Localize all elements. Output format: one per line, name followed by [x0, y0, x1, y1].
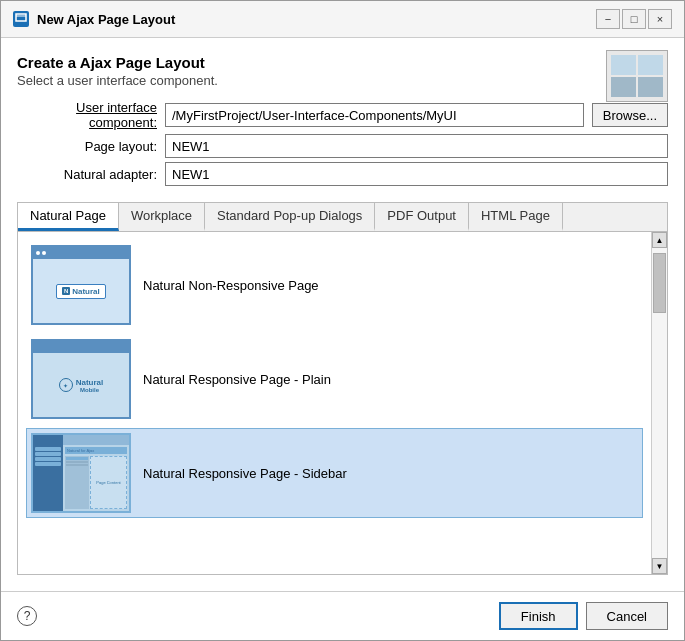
page-layout-input[interactable] — [165, 134, 668, 158]
cancel-button[interactable]: Cancel — [586, 602, 668, 630]
page-layout-label: Page layout: — [17, 139, 157, 154]
preview-thumbnail — [606, 50, 668, 102]
natural-adapter-input[interactable] — [165, 162, 668, 186]
help-button[interactable]: ? — [17, 606, 37, 626]
tabs-container: Natural Page Workplace Standard Pop-up D… — [17, 202, 668, 575]
list-item[interactable]: Natural for Ajax Page Content — [26, 428, 643, 518]
title-bar: New Ajax Page Layout − □ × — [1, 1, 684, 38]
dialog: New Ajax Page Layout − □ × Create a Ajax… — [0, 0, 685, 641]
tabs-content: N Natural Natural Non-Responsive Page — [18, 232, 667, 574]
close-button[interactable]: × — [648, 9, 672, 29]
scroll-track[interactable] — [652, 248, 667, 558]
component-row: User interface component: Browse... — [17, 100, 668, 130]
list-item[interactable]: ✦ Natural Mobile — [26, 334, 643, 424]
main-content: Create a Ajax Page Layout Select a user … — [1, 38, 684, 591]
section-subtitle: Select a user interface component. — [17, 73, 668, 88]
footer: ? Finish Cancel — [1, 591, 684, 640]
scroll-down-button[interactable]: ▼ — [652, 558, 667, 574]
page-layout-row: Page layout: — [17, 134, 668, 158]
footer-buttons: Finish Cancel — [499, 602, 668, 630]
browse-button[interactable]: Browse... — [592, 103, 668, 127]
title-bar-controls: − □ × — [596, 9, 672, 29]
tab-natural-page[interactable]: Natural Page — [18, 203, 119, 231]
tab-workplace[interactable]: Workplace — [119, 203, 205, 231]
svg-rect-0 — [16, 14, 26, 21]
minimize-button[interactable]: − — [596, 9, 620, 29]
component-label: User interface component: — [17, 100, 157, 130]
natural-adapter-row: Natural adapter: — [17, 162, 668, 186]
maximize-button[interactable]: □ — [622, 9, 646, 29]
dialog-icon — [13, 11, 29, 27]
component-input[interactable] — [165, 103, 584, 127]
section-title: Create a Ajax Page Layout — [17, 54, 668, 71]
items-list: N Natural Natural Non-Responsive Page — [18, 232, 651, 574]
list-item[interactable]: N Natural Natural Non-Responsive Page — [26, 240, 643, 330]
tab-standard-popup[interactable]: Standard Pop-up Dialogs — [205, 203, 375, 231]
thumbnail-responsive-plain: ✦ Natural Mobile — [31, 339, 131, 419]
item-label: Natural Non-Responsive Page — [143, 278, 319, 293]
thumbnail-responsive-sidebar: Natural for Ajax Page Content — [31, 433, 131, 513]
tabs-header: Natural Page Workplace Standard Pop-up D… — [18, 203, 667, 232]
scrollbar[interactable]: ▲ ▼ — [651, 232, 667, 574]
item-label: Natural Responsive Page - Sidebar — [143, 466, 347, 481]
item-label: Natural Responsive Page - Plain — [143, 372, 331, 387]
natural-adapter-label: Natural adapter: — [17, 167, 157, 182]
form-fields: User interface component: Browse... Page… — [17, 100, 668, 190]
dialog-title: New Ajax Page Layout — [37, 12, 588, 27]
header-area: Create a Ajax Page Layout Select a user … — [17, 54, 668, 88]
scroll-thumb[interactable] — [653, 253, 666, 313]
tab-html-page[interactable]: HTML Page — [469, 203, 563, 231]
scroll-up-button[interactable]: ▲ — [652, 232, 667, 248]
thumbnail-non-responsive: N Natural — [31, 245, 131, 325]
finish-button[interactable]: Finish — [499, 602, 578, 630]
tab-pdf-output[interactable]: PDF Output — [375, 203, 469, 231]
